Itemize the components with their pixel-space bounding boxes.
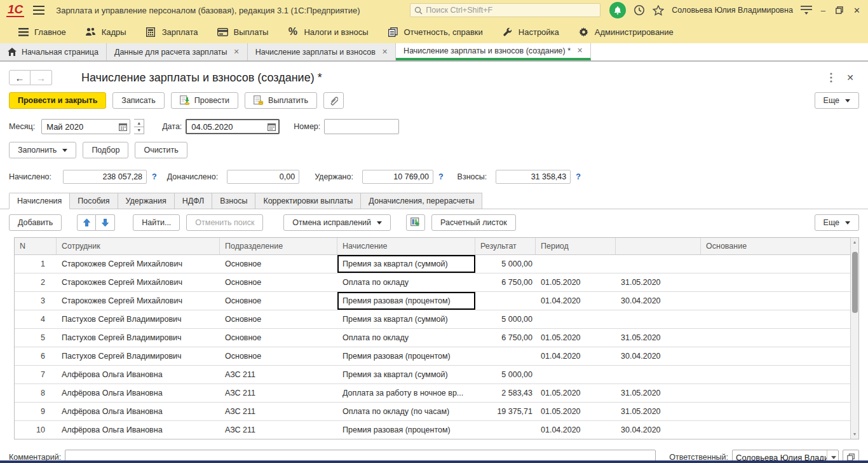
restore-button[interactable] xyxy=(836,6,843,14)
table-row[interactable]: 1 Старокожев Сергей Михайлович Основное … xyxy=(15,255,850,273)
global-search[interactable] xyxy=(410,3,600,17)
search-input[interactable] xyxy=(426,6,596,15)
cell-employee[interactable]: Пастухов Сергей Владимирович xyxy=(57,347,220,365)
cell-period-start[interactable]: 01.05.2020 xyxy=(536,329,616,347)
step-up-icon[interactable]: ▲ xyxy=(134,120,144,127)
cell-accrual[interactable]: Премия за квартал (суммой) xyxy=(337,255,475,273)
col-header-period[interactable]: Период xyxy=(536,238,616,254)
cell-accrual[interactable]: Премия разовая (процентом) xyxy=(337,347,475,365)
section-nastroika[interactable]: Настройка xyxy=(502,27,559,37)
cell-basis[interactable] xyxy=(701,292,850,310)
month-stepper[interactable]: ▲ ▼ xyxy=(134,119,144,134)
cell-employee[interactable]: Алфёрова Ольга Ивановна xyxy=(57,403,220,420)
cell-employee[interactable]: Алфёрова Ольга Ивановна xyxy=(57,384,220,402)
post-and-close-button[interactable]: Провести и закрыть xyxy=(9,92,106,109)
cell-basis[interactable] xyxy=(701,255,850,273)
cell-accrual[interactable]: Доплата за работу в ночное вр... xyxy=(337,384,475,402)
table-row[interactable]: 10 Алфёрова Ольга Ивановна АЗС 211 Преми… xyxy=(15,421,850,439)
cell-result[interactable] xyxy=(475,421,536,439)
section-otchetnost[interactable]: Отчетность, справки xyxy=(388,27,483,37)
month-input[interactable] xyxy=(46,122,119,132)
cell-result[interactable]: 6 750,00 xyxy=(475,273,536,291)
cell-period-end[interactable]: 30.04.2020 xyxy=(616,421,701,439)
cell-basis[interactable] xyxy=(701,403,850,420)
col-header-department[interactable]: Подразделение xyxy=(220,238,337,254)
cell-employee[interactable]: Старокожев Сергей Михайлович xyxy=(57,292,220,310)
find-button[interactable]: Найти... xyxy=(133,214,180,231)
change-form-button[interactable] xyxy=(406,214,425,231)
table-row[interactable]: 4 Пастухов Сергей Владимирович Основное … xyxy=(15,310,850,329)
cell-period-start[interactable]: 01.04.2020 xyxy=(536,421,616,439)
cell-period-start[interactable]: 01.04.2020 xyxy=(536,292,616,310)
scroll-up-icon[interactable]: ▲ xyxy=(853,238,857,247)
cell-department[interactable]: Основное xyxy=(220,273,337,291)
help-icon[interactable]: ? xyxy=(438,172,444,181)
cell-period-start[interactable] xyxy=(536,255,616,273)
section-kadry[interactable]: Кадры xyxy=(85,27,126,37)
cell-period-end[interactable]: 30.04.2020 xyxy=(616,347,701,365)
vertical-scrollbar[interactable]: ▲ ▼ xyxy=(850,238,858,439)
cell-basis[interactable] xyxy=(701,347,850,365)
col-header-accrual[interactable]: Начисление xyxy=(337,238,475,254)
post-button[interactable]: Провести xyxy=(171,92,238,109)
vertical-dots-icon[interactable] xyxy=(830,73,832,83)
cell-department[interactable]: Основное xyxy=(220,329,337,347)
move-down-button[interactable] xyxy=(96,214,115,231)
help-icon[interactable]: ? xyxy=(576,172,581,181)
current-user-name[interactable]: Соловьева Юлия Владимировна xyxy=(672,6,793,15)
cell-result[interactable] xyxy=(475,292,536,310)
tab-payroll-data[interactable]: Данные для расчета зарплаты ✕ xyxy=(107,43,248,60)
cell-result[interactable]: 5 000,00 xyxy=(475,366,536,384)
forward-button[interactable]: → xyxy=(31,70,52,85)
tab-payment-adjustments[interactable]: Корректировки выплаты xyxy=(255,193,361,209)
table-row[interactable]: 8 Алфёрова Ольга Ивановна АЗС 211 Доплат… xyxy=(15,384,850,403)
more-button-table[interactable]: Еще xyxy=(815,214,859,231)
cell-basis[interactable] xyxy=(701,384,850,402)
cell-period-start[interactable]: 01.05.2020 xyxy=(536,403,616,420)
section-administrirovanie[interactable]: Администрирование xyxy=(578,27,674,37)
section-zarplata[interactable]: Зарплата xyxy=(146,27,198,37)
cell-period-start[interactable]: 01.05.2020 xyxy=(536,384,616,402)
cell-period-end[interactable] xyxy=(616,255,701,273)
table-row[interactable]: 5 Пастухов Сергей Владимирович Основное … xyxy=(15,329,850,347)
add-row-button[interactable]: Добавить xyxy=(9,214,62,231)
cell-period-end[interactable]: 31.05.2020 xyxy=(616,329,701,347)
cell-department[interactable]: Основное xyxy=(220,347,337,365)
minimize-button[interactable]: – xyxy=(821,6,825,15)
close-tab-icon[interactable]: ✕ xyxy=(577,46,583,55)
cell-department[interactable]: АЗС 211 xyxy=(220,403,337,420)
table-row[interactable]: 7 Алфёрова Ольга Ивановна АЗС 211 Премия… xyxy=(15,366,850,384)
tab-ndfl[interactable]: НДФЛ xyxy=(175,193,213,209)
cell-accrual[interactable]: Премия разовая (процентом) xyxy=(337,292,475,310)
section-glavnoe[interactable]: Главное xyxy=(18,27,66,37)
cell-basis[interactable] xyxy=(701,421,850,439)
col-header-employee[interactable]: Сотрудник xyxy=(57,238,220,254)
cell-department[interactable]: АЗС 211 xyxy=(220,421,337,439)
main-menu-icon[interactable] xyxy=(33,6,44,15)
pick-button[interactable]: Подбор xyxy=(83,142,128,158)
cell-result[interactable]: 2 583,43 xyxy=(475,384,536,402)
tab-home[interactable]: Начальная страница xyxy=(0,43,107,60)
cancel-fixes-button[interactable]: Отмена исправлений xyxy=(283,214,391,231)
cell-employee[interactable]: Старокожев Сергей Михайлович xyxy=(57,273,220,291)
step-down-icon[interactable]: ▼ xyxy=(134,127,144,134)
fill-button[interactable]: Заполнить xyxy=(9,142,76,158)
cell-period-end[interactable]: 31.05.2020 xyxy=(616,384,701,402)
number-field[interactable] xyxy=(324,119,399,134)
tab-accrual-list[interactable]: Начисление зарплаты и взносов ✕ xyxy=(248,43,396,60)
scroll-down-icon[interactable]: ▼ xyxy=(853,430,857,439)
calendar-icon[interactable] xyxy=(119,123,127,131)
close-tab-icon[interactable]: ✕ xyxy=(382,48,388,56)
cell-department[interactable]: Основное xyxy=(220,310,337,328)
cell-period-start[interactable]: 01.05.2020 xyxy=(536,273,616,291)
cell-n[interactable]: 7 xyxy=(15,366,57,384)
table-row[interactable]: 2 Старокожев Сергей Михайлович Основное … xyxy=(15,273,850,292)
help-icon[interactable]: ? xyxy=(152,172,157,181)
scroll-thumb[interactable] xyxy=(852,252,858,313)
more-button-form[interactable]: Еще xyxy=(815,92,859,109)
close-form-icon[interactable]: ✕ xyxy=(846,73,854,83)
cell-result[interactable]: 19 375,71 xyxy=(475,403,536,420)
payslip-button[interactable]: Расчетный листок xyxy=(431,214,516,231)
cell-basis[interactable] xyxy=(701,310,850,328)
table-row[interactable]: 9 Алфёрова Ольга Ивановна АЗС 211 Оплата… xyxy=(15,403,850,421)
